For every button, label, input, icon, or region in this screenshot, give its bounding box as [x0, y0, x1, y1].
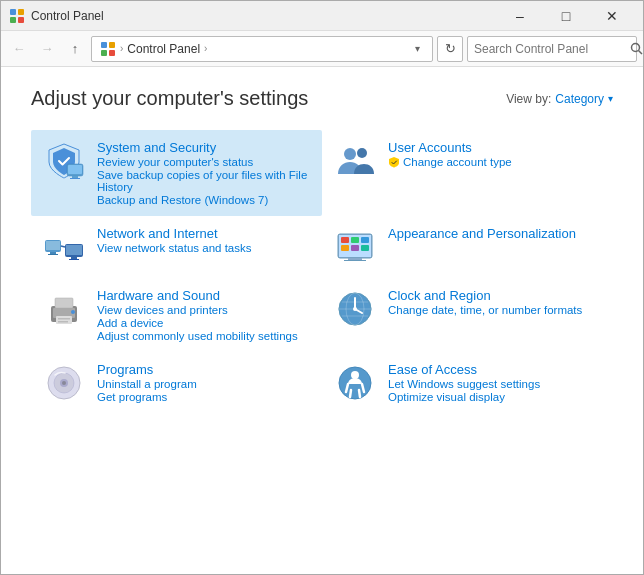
svg-rect-38	[56, 316, 72, 324]
network-internet-text: Network and Internet View network status…	[97, 226, 310, 254]
svg-rect-30	[341, 245, 349, 251]
panel-item-hardware-sound[interactable]: Hardware and Sound View devices and prin…	[31, 278, 322, 352]
ease-of-access-link-1[interactable]: Let Windows suggest settings	[388, 378, 601, 390]
appearance-name[interactable]: Appearance and Personalization	[388, 226, 576, 241]
svg-point-54	[62, 381, 66, 385]
clock-region-text: Clock and Region Change date, time, or n…	[388, 288, 601, 316]
main-content: Adjust your computer's settings View by:…	[1, 67, 643, 575]
svg-rect-3	[18, 17, 24, 23]
panel-grid: System and Security Review your computer…	[31, 130, 613, 414]
address-dropdown-btn[interactable]: ▾	[411, 43, 424, 54]
title-bar: Control Panel – □ ✕	[1, 1, 643, 31]
search-box	[467, 36, 637, 62]
back-button[interactable]: ←	[7, 37, 31, 61]
panel-item-user-accounts[interactable]: User Accounts Change account type	[322, 130, 613, 216]
refresh-button[interactable]: ↻	[437, 36, 463, 62]
svg-rect-2	[10, 17, 16, 23]
user-accounts-icon	[334, 140, 376, 182]
minimize-button[interactable]: –	[497, 1, 543, 31]
svg-rect-23	[69, 259, 79, 260]
search-icon	[630, 42, 643, 55]
svg-rect-12	[72, 176, 78, 178]
system-security-name[interactable]: System and Security	[97, 140, 216, 155]
hardware-sound-link-3[interactable]: Adjust commonly used mobility settings	[97, 330, 310, 342]
svg-rect-33	[348, 258, 362, 260]
svg-rect-17	[46, 241, 60, 250]
hardware-sound-link-1[interactable]: View devices and printers	[97, 304, 310, 316]
panel-item-clock-region[interactable]: Clock and Region Change date, time, or n…	[322, 278, 613, 352]
svg-rect-41	[58, 321, 68, 323]
svg-rect-28	[351, 237, 359, 243]
system-security-link-3[interactable]: Backup and Restore (Windows 7)	[97, 194, 310, 206]
hardware-sound-link-2[interactable]: Add a device	[97, 317, 310, 329]
hardware-sound-icon	[43, 288, 85, 330]
svg-rect-34	[344, 260, 366, 261]
svg-line-24	[61, 246, 65, 247]
search-button[interactable]	[630, 37, 643, 61]
address-bar: ← → ↑ › Control Panel › ▾ ↻	[1, 31, 643, 67]
network-internet-name[interactable]: Network and Internet	[97, 226, 218, 241]
panel-item-system-security[interactable]: System and Security Review your computer…	[31, 130, 322, 216]
hardware-sound-text: Hardware and Sound View devices and prin…	[97, 288, 310, 342]
window-title: Control Panel	[31, 9, 104, 23]
svg-point-15	[357, 148, 367, 158]
ease-of-access-icon	[334, 362, 376, 404]
svg-line-59	[350, 390, 351, 397]
programs-link-1[interactable]: Uninstall a program	[97, 378, 310, 390]
title-bar-left: Control Panel	[9, 8, 104, 24]
svg-rect-40	[58, 318, 70, 320]
clock-region-icon	[334, 288, 376, 330]
ease-of-access-link-2[interactable]: Optimize visual display	[388, 391, 601, 403]
panel-item-network-internet[interactable]: Network and Internet View network status…	[31, 216, 322, 278]
page-header: Adjust your computer's settings View by:…	[31, 87, 613, 110]
maximize-button[interactable]: □	[543, 1, 589, 31]
up-button[interactable]: ↑	[63, 37, 87, 61]
view-by-label: View by:	[506, 92, 551, 106]
forward-button[interactable]: →	[35, 37, 59, 61]
svg-point-8	[632, 44, 640, 52]
network-internet-link-1[interactable]: View network status and tasks	[97, 242, 310, 254]
programs-icon	[43, 362, 85, 404]
svg-point-14	[344, 148, 356, 160]
view-by-control: View by: Category ▾	[506, 92, 613, 106]
system-security-link-1[interactable]: Review your computer's status	[97, 156, 310, 168]
svg-line-9	[639, 51, 643, 55]
address-path-text: Control Panel	[127, 42, 200, 56]
programs-text: Programs Uninstall a program Get program…	[97, 362, 310, 403]
close-button[interactable]: ✕	[589, 1, 635, 31]
user-accounts-name[interactable]: User Accounts	[388, 140, 472, 155]
svg-rect-27	[341, 237, 349, 243]
svg-rect-29	[361, 237, 369, 243]
svg-rect-19	[48, 254, 58, 255]
panel-item-programs[interactable]: Programs Uninstall a program Get program…	[31, 352, 322, 414]
window-icon	[9, 8, 25, 24]
path-chevron2: ›	[204, 43, 207, 54]
path-chevron: ›	[120, 43, 123, 54]
system-security-link-2[interactable]: Save backup copies of your files with Fi…	[97, 169, 310, 193]
svg-rect-11	[68, 165, 82, 174]
clock-region-link-1[interactable]: Change date, time, or number formats	[388, 304, 601, 316]
svg-rect-6	[101, 50, 107, 56]
svg-point-56	[351, 371, 359, 379]
svg-rect-0	[10, 9, 16, 15]
user-accounts-text: User Accounts Change account type	[388, 140, 601, 168]
appearance-icon	[334, 226, 376, 268]
programs-link-2[interactable]: Get programs	[97, 391, 310, 403]
search-input[interactable]	[468, 42, 630, 56]
user-accounts-link-1-container: Change account type	[388, 156, 601, 168]
clock-region-name[interactable]: Clock and Region	[388, 288, 491, 303]
programs-name[interactable]: Programs	[97, 362, 153, 377]
svg-rect-5	[109, 42, 115, 48]
svg-rect-37	[55, 298, 73, 308]
view-by-arrow[interactable]: ▾	[608, 93, 613, 104]
panel-item-appearance[interactable]: Appearance and Personalization	[322, 216, 613, 278]
view-by-value[interactable]: Category	[555, 92, 604, 106]
ease-of-access-text: Ease of Access Let Windows suggest setti…	[388, 362, 601, 403]
user-accounts-link-1[interactable]: Change account type	[403, 156, 512, 168]
page-title: Adjust your computer's settings	[31, 87, 308, 110]
address-path: › Control Panel ›	[100, 41, 411, 57]
panel-item-ease-of-access[interactable]: Ease of Access Let Windows suggest setti…	[322, 352, 613, 414]
hardware-sound-name[interactable]: Hardware and Sound	[97, 288, 220, 303]
ease-of-access-name[interactable]: Ease of Access	[388, 362, 477, 377]
system-security-icon	[43, 140, 85, 182]
